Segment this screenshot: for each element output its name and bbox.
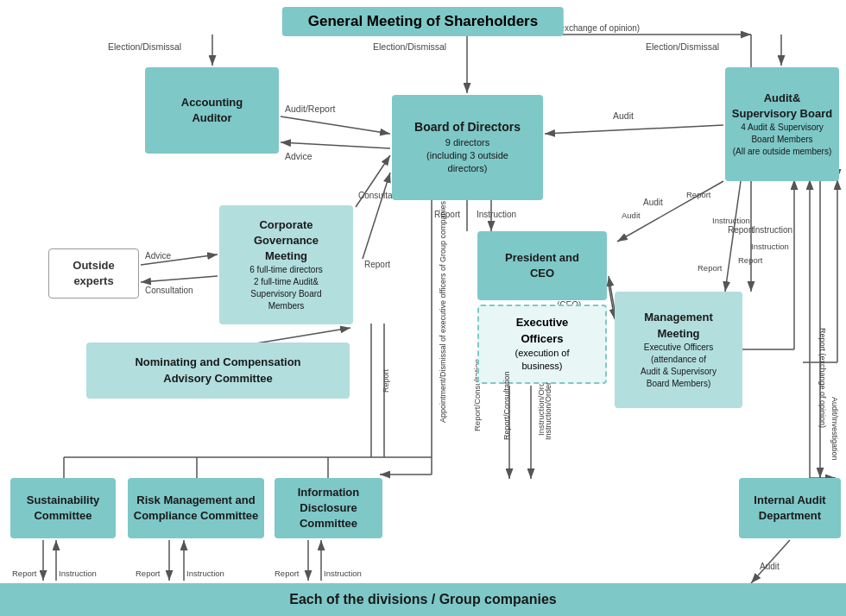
audit-investigation-label: Audit/Investigation (830, 397, 839, 461)
svg-text:Report: Report (12, 569, 37, 578)
president-ceo-box: President andCEO (477, 231, 607, 300)
audit-supervisory-label: Audit&Supervisory Board (732, 91, 832, 122)
svg-text:Audit: Audit (613, 110, 634, 121)
svg-text:Report: Report (275, 569, 300, 578)
report-aud-mgmt: Report (738, 255, 763, 265)
svg-text:Consultation: Consultation (145, 286, 193, 295)
svg-line-23 (363, 173, 390, 259)
accounting-auditor-label: AccountingAuditor (181, 95, 243, 126)
risk-management-label: Risk Management andCompliance Committee (134, 493, 258, 524)
svg-text:Advice: Advice (285, 151, 313, 161)
svg-text:Report: Report (136, 569, 161, 578)
board-sub: 9 directors(including 3 outsidedirectors… (426, 136, 508, 176)
report-exchange-label-right: Report (exchange of opinion) (818, 328, 827, 428)
svg-text:Instruction: Instruction (477, 210, 516, 219)
svg-text:Instruction: Instruction (753, 225, 792, 235)
svg-line-15 (545, 125, 723, 134)
svg-text:Instruction: Instruction (59, 569, 97, 578)
sustainability-label: SustainabilityCommittee (27, 493, 100, 524)
svg-text:Audit: Audit (760, 562, 780, 571)
svg-text:Report: Report (728, 225, 754, 235)
svg-text:Audit/Report: Audit/Report (285, 104, 335, 114)
svg-line-11 (281, 116, 390, 134)
svg-line-34 (141, 276, 218, 282)
general-meeting-box: General Meeting of Shareholders (282, 7, 564, 36)
appointment-label: Appointment/Dismissal of executive offic… (439, 250, 447, 423)
executive-officers-sub: (execution ofbusiness) (515, 347, 570, 374)
svg-text:Election/Dismissal: Election/Dismissal (646, 41, 719, 52)
svg-text:Report: Report (364, 260, 390, 269)
svg-text:Report: Report (382, 368, 390, 393)
board-label: Board of Directors (414, 119, 521, 136)
outside-experts-label: Outsideexperts (73, 258, 114, 289)
svg-text:Instruction: Instruction (324, 569, 362, 578)
svg-line-13 (281, 142, 390, 148)
management-meeting-sub: Executive Officers(attendance ofAudit & … (641, 342, 717, 390)
risk-management-box: Risk Management andCompliance Committee (128, 478, 264, 538)
board-of-directors-box: Board of Directors 9 directors(including… (392, 95, 543, 200)
diagram: General Meeting of Shareholders Election… (0, 0, 846, 616)
bottom-bar: Each of the divisions / Group companies (0, 583, 846, 616)
audit-supervisory-box: Audit&Supervisory Board 4 Audit & Superv… (725, 67, 839, 181)
svg-line-36 (609, 276, 615, 311)
accounting-auditor-box: AccountingAuditor (145, 67, 279, 154)
svg-text:Instruction: Instruction (186, 569, 224, 578)
corporate-governance-label: CorporateGovernanceMeeting (254, 217, 319, 265)
instruction-order-label: Instruction/Order (544, 382, 552, 440)
svg-text:Audit: Audit (643, 198, 663, 207)
svg-text:Election/Dismissal: Election/Dismissal (108, 41, 181, 52)
svg-text:Advice: Advice (145, 251, 171, 261)
president-ceo-label: President andCEO (505, 250, 579, 281)
executive-officers-label: ExecutiveOfficers (516, 315, 569, 346)
report-instruction-label: Report (686, 190, 711, 199)
internal-audit-box: Internal AuditDepartment (739, 478, 841, 538)
audit-supervisory-sub: 4 Audit & SupervisoryBoard Members(All a… (733, 122, 831, 158)
information-disclosure-label: InformationDisclosureCommittee (298, 485, 360, 532)
information-disclosure-box: InformationDisclosureCommittee (275, 478, 382, 538)
instruction-label2: Instruction (712, 216, 750, 225)
svg-line-53 (751, 540, 790, 583)
nominating-committee-box: Nominating and CompensationAdvisory Comm… (86, 343, 350, 399)
nominating-label: Nominating and CompensationAdvisory Comm… (135, 355, 300, 386)
svg-line-32 (141, 255, 218, 265)
svg-line-37 (609, 285, 615, 319)
executive-officers-box: ExecutiveOfficers (execution ofbusiness) (477, 305, 607, 384)
management-meeting-label: ManagementMeeting (644, 310, 712, 341)
svg-line-21 (356, 155, 390, 207)
instruction-aud-mgmt: Instruction (751, 242, 789, 251)
report-consultation-label: Report/Consultation (502, 371, 511, 440)
svg-line-27 (725, 181, 741, 292)
outside-experts-box: Outsideexperts (48, 248, 139, 299)
corporate-governance-sub: 6 full-time directors2 full-time Audit&S… (249, 264, 322, 312)
internal-audit-label: Internal AuditDepartment (754, 493, 825, 524)
sustainability-committee-box: SustainabilityCommittee (10, 478, 116, 538)
corporate-governance-box: CorporateGovernanceMeeting 6 full-time d… (219, 205, 353, 324)
svg-text:Election/Dismissal: Election/Dismissal (373, 41, 446, 52)
audit-label-mid: Audit (622, 211, 641, 220)
report-label3: Report (698, 263, 723, 273)
management-meeting-box: ManagementMeeting Executive Officers(att… (615, 292, 742, 408)
bottom-bar-label: Each of the divisions / Group companies (289, 592, 556, 607)
